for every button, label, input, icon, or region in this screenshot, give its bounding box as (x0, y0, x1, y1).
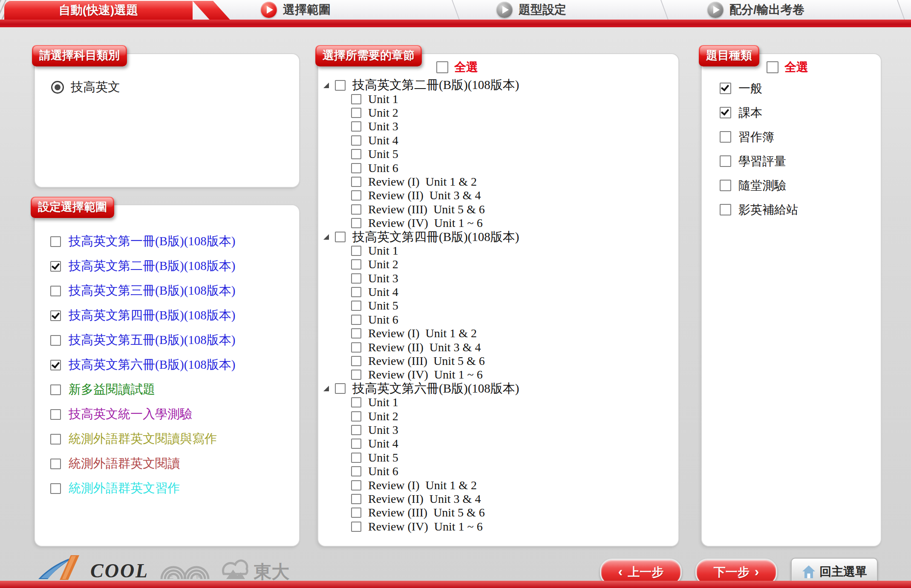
tree-chapter-row[interactable]: Review (II) Unit 3 & 4 (318, 340, 672, 354)
checkbox[interactable] (351, 439, 361, 449)
tree-chapter-row[interactable]: Review (IV) Unit 1 ~ 6 (318, 520, 672, 534)
tree-book-row[interactable]: 技高英文第四冊(B版)(108版本) (318, 230, 672, 244)
tree-chapter-row[interactable]: Unit 4 (318, 437, 672, 450)
radio-button[interactable] (51, 81, 64, 94)
checkbox[interactable] (351, 135, 361, 146)
scope-item[interactable]: 技高英文第二冊(B版)(108版本) (50, 254, 291, 278)
checkbox[interactable] (351, 425, 361, 435)
expand-triangle-icon[interactable] (323, 83, 329, 88)
checkbox[interactable] (50, 360, 61, 370)
type-item[interactable]: 課本 (720, 100, 875, 125)
tab-score-output[interactable]: 配分/輸出考卷 (707, 0, 804, 20)
tab-select-scope[interactable]: 選擇範圍 (261, 0, 331, 20)
checkbox[interactable] (351, 522, 361, 532)
tree-chapter-row[interactable]: Unit 5 (318, 451, 672, 465)
expand-triangle-icon[interactable] (323, 234, 329, 240)
checkbox[interactable] (351, 466, 361, 476)
tree-chapter-row[interactable]: Unit 3 (318, 271, 672, 285)
type-item[interactable]: 影英補給站 (720, 198, 875, 222)
type-item[interactable]: 習作簿 (720, 125, 875, 149)
scope-item[interactable]: 統測外語群英文閱讀 (50, 451, 291, 476)
checkbox[interactable] (351, 301, 361, 311)
checkbox[interactable] (351, 246, 361, 256)
tree-chapter-row[interactable]: Unit 3 (318, 120, 672, 133)
tree-chapter-row[interactable]: Review (IV) Unit 1 ~ 6 (318, 368, 672, 381)
scope-item[interactable]: 技高英文第五冊(B版)(108版本) (50, 328, 291, 353)
checkbox[interactable] (351, 411, 361, 422)
scope-item[interactable]: 統測外語群英文習作 (50, 476, 291, 501)
checkbox[interactable] (720, 180, 731, 191)
tree-chapter-row[interactable]: Review (I) Unit 1 & 2 (318, 175, 672, 189)
tree-chapter-row[interactable]: Unit 1 (318, 396, 672, 409)
checkbox[interactable] (50, 384, 61, 395)
tree-chapter-row[interactable]: Review (II) Unit 3 & 4 (318, 189, 672, 202)
type-item[interactable]: 學習評量 (720, 149, 875, 173)
tab-auto-quick-select[interactable]: 自動(快速)選題 (4, 1, 193, 20)
tree-chapter-row[interactable]: Review (I) Unit 1 & 2 (318, 327, 672, 340)
tree-chapter-row[interactable]: Unit 2 (318, 106, 672, 120)
checkbox[interactable] (50, 310, 61, 321)
scope-item[interactable]: 技高英文第四冊(B版)(108版本) (50, 303, 291, 328)
checkbox[interactable] (351, 315, 361, 325)
tree-book-row[interactable]: 技高英文第六冊(B版)(108版本) (318, 382, 672, 396)
scope-item[interactable]: 統測外語群英文閱讀與寫作 (50, 427, 291, 451)
checkbox[interactable] (351, 453, 361, 463)
checkbox[interactable] (351, 163, 361, 173)
checkbox[interactable] (335, 232, 346, 242)
checkbox[interactable] (351, 218, 361, 228)
checkbox[interactable] (50, 335, 61, 346)
checkbox[interactable] (351, 177, 361, 187)
scope-item[interactable]: 技高英文統一入學測驗 (50, 402, 291, 427)
checkbox[interactable] (351, 204, 361, 215)
tab-question-type-setting[interactable]: 題型設定 (496, 0, 566, 20)
subject-option[interactable]: 技高英文 (51, 79, 120, 96)
checkbox[interactable] (351, 108, 361, 118)
checkbox[interactable] (351, 370, 361, 380)
tree-chapter-row[interactable]: Review (III) Unit 5 & 6 (318, 354, 672, 368)
checkbox[interactable] (351, 190, 361, 201)
checkbox[interactable] (720, 131, 731, 143)
checkbox[interactable] (351, 494, 361, 504)
checkbox[interactable] (351, 259, 361, 270)
scope-item[interactable]: 技高英文第三冊(B版)(108版本) (50, 278, 291, 303)
checkbox[interactable] (720, 83, 731, 94)
tree-chapter-row[interactable]: Review (II) Unit 3 & 4 (318, 492, 672, 506)
tree-book-row[interactable]: 技高英文第二冊(B版)(108版本) (318, 78, 672, 92)
checkbox[interactable] (50, 459, 61, 469)
checkbox[interactable] (351, 356, 361, 366)
tree-chapter-row[interactable]: Unit 4 (318, 285, 672, 299)
tree-chapter-row[interactable]: Review (IV) Unit 1 ~ 6 (318, 216, 672, 230)
tree-chapter-row[interactable]: Review (III) Unit 5 & 6 (318, 203, 672, 216)
checkbox[interactable] (50, 434, 61, 445)
checkbox[interactable] (720, 155, 731, 167)
checkbox[interactable] (351, 480, 361, 490)
tree-chapter-row[interactable]: Unit 5 (318, 147, 672, 161)
tree-chapter-row[interactable]: Unit 2 (318, 409, 672, 423)
scope-item[interactable]: 技高英文第一冊(B版)(108版本) (50, 229, 291, 254)
checkbox[interactable] (351, 508, 361, 518)
checkbox[interactable] (335, 383, 346, 394)
checkbox[interactable] (351, 121, 361, 132)
checkbox[interactable] (351, 149, 361, 159)
checkbox[interactable] (50, 236, 61, 247)
scope-item[interactable]: 新多益閱讀試題 (50, 377, 291, 402)
checkbox[interactable] (351, 94, 361, 104)
checkbox[interactable] (351, 287, 361, 297)
checkbox[interactable] (50, 286, 61, 296)
checkbox[interactable] (720, 107, 731, 118)
tree-chapter-row[interactable]: Unit 1 (318, 244, 672, 258)
expand-triangle-icon[interactable] (323, 386, 329, 391)
checkbox[interactable] (720, 204, 731, 215)
checkbox[interactable] (50, 483, 61, 494)
type-select-all[interactable]: 全選 (767, 59, 808, 75)
tree-chapter-row[interactable]: Unit 6 (318, 465, 672, 478)
checkbox[interactable] (767, 61, 778, 73)
tree-chapter-row[interactable]: Review (I) Unit 1 & 2 (318, 478, 672, 492)
tree-chapter-row[interactable]: Unit 5 (318, 299, 672, 313)
checkbox[interactable] (351, 397, 361, 407)
checkbox[interactable] (335, 80, 346, 91)
scope-item[interactable]: 技高英文第六冊(B版)(108版本) (50, 353, 291, 377)
chapter-select-all[interactable]: 全選 (436, 59, 478, 75)
checkbox[interactable] (351, 342, 361, 353)
tree-chapter-row[interactable]: Unit 3 (318, 423, 672, 437)
